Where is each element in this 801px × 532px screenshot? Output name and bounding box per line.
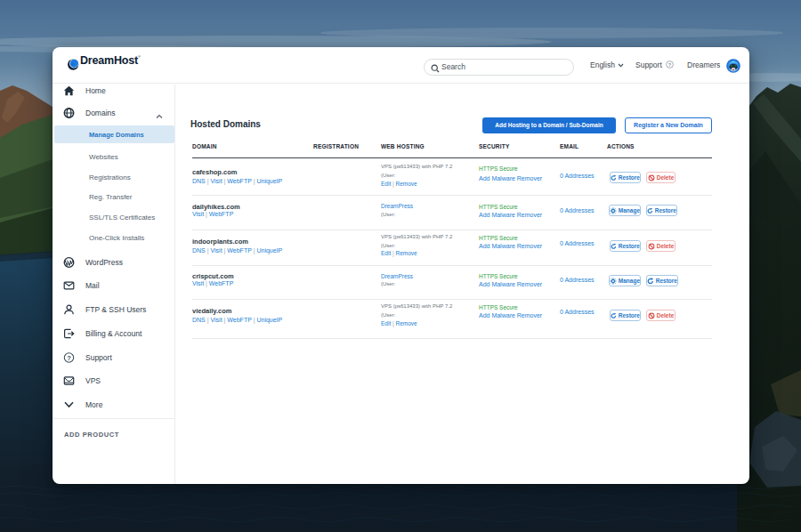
svg-text:?: ? [668,62,672,68]
svg-text:?: ? [67,354,71,362]
